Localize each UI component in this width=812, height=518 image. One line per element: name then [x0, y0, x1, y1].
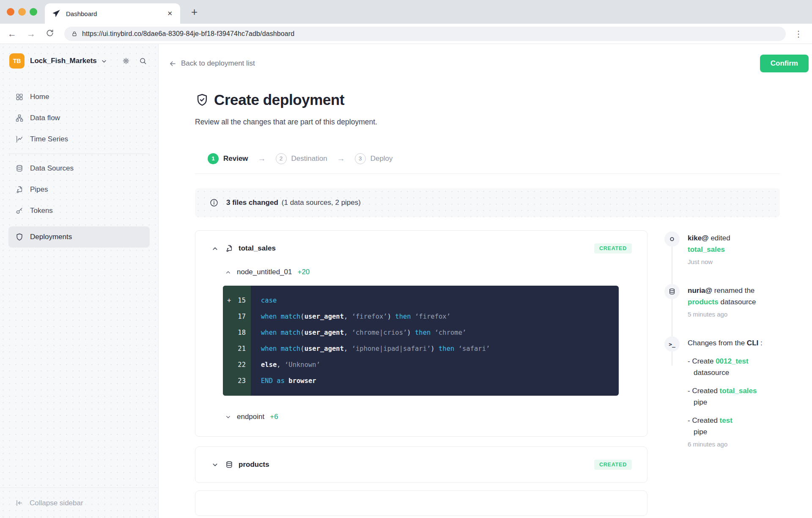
tab-strip: Dashboard ✕ + [0, 0, 812, 24]
activity-timestamp: Just now [688, 258, 779, 265]
activity-text: datasource [694, 369, 729, 377]
sidebar-item-data-flow[interactable]: Data flow [8, 107, 150, 129]
line-number: 15 [238, 297, 246, 304]
stepper-step-destination[interactable]: 2Destination [276, 153, 327, 164]
browser-reload-icon[interactable] [46, 29, 54, 39]
activity-text-line: - Created test [688, 415, 779, 426]
shield-check-icon [195, 93, 209, 107]
activity-text-line: datasource [688, 367, 779, 378]
resource-link[interactable]: products [688, 298, 719, 306]
sidebar-item-home[interactable]: Home [8, 86, 150, 107]
code-token: ‘firefox’ [415, 313, 450, 320]
resource-link[interactable]: test [720, 416, 732, 424]
code-token: ( [300, 345, 304, 353]
card-title: total_sales [239, 244, 276, 253]
node-toggle-endpoint[interactable]: endpoint +6 [195, 413, 647, 436]
lock-icon [71, 30, 78, 37]
change-card-products: products CREATED [195, 446, 647, 483]
address-bar-input[interactable]: https://ui.tinybird.co/8dae6a-8309-84je-… [64, 27, 786, 41]
flow-icon [15, 114, 24, 122]
activity-text-line: - Create 0012_test [688, 355, 779, 367]
activity-text: pipe [694, 428, 707, 436]
browser-forward-icon[interactable]: → [27, 29, 36, 38]
search-icon[interactable] [139, 57, 147, 65]
page-title: Create deployment [214, 91, 344, 108]
node-label: node_untitled_01 [237, 268, 292, 276]
code-line-number: 18 [227, 325, 246, 341]
code-token: , [344, 345, 352, 353]
step-label: Deploy [370, 154, 393, 163]
card-header-products[interactable]: products CREATED [195, 447, 647, 482]
activity-text-line: - Created total_sales [688, 385, 779, 397]
code-body: casewhen match(user_agent, ‘firefox’) th… [251, 286, 619, 396]
key-icon [15, 207, 24, 215]
sidebar-item-data-sources[interactable]: Data Sources [8, 158, 150, 179]
sidebar-item-label: Deployments [30, 233, 72, 241]
confirm-button[interactable]: Confirm [760, 55, 809, 72]
activity-text: Changes from the [688, 339, 747, 347]
chevron-down-icon[interactable] [211, 461, 219, 468]
sidebar-item-deployments[interactable]: Deployments [8, 226, 150, 248]
line-number: 18 [238, 329, 246, 336]
code-token: ‘chrome|crios’ [352, 329, 407, 336]
card-header-total-sales[interactable]: total_sales CREATED [195, 231, 647, 253]
browser-back-icon[interactable]: ← [8, 29, 16, 38]
browser-menu-icon[interactable]: ⋮ [793, 29, 804, 39]
code-token: match [281, 313, 301, 320]
code-line-number: 23 [227, 373, 246, 389]
code-token: when [261, 329, 281, 336]
activity-text: : [758, 339, 762, 347]
resource-link[interactable]: total_sales [720, 387, 757, 395]
chevron-up-icon[interactable] [211, 245, 219, 252]
code-token: ‘chrome’ [435, 329, 466, 336]
chevron-down-icon [225, 414, 231, 420]
gear-icon[interactable] [122, 57, 130, 65]
sidebar-item-time-series[interactable]: Time Series [8, 129, 150, 150]
node-toggle-node-untitled-01[interactable]: node_untitled_01 +20 [195, 268, 647, 276]
workspace-switcher[interactable]: TB Lock_Fish_Markets [0, 44, 158, 69]
code-diff-block: +151718212223 casewhen match(user_agent,… [223, 286, 619, 396]
collapse-sidebar-button[interactable]: Collapse sidebar [0, 488, 158, 518]
code-token: match [281, 329, 301, 336]
activity-text-line: nuria@ renamed the [688, 285, 779, 296]
step-label: Review [223, 154, 248, 163]
terminal-icon: >_ [669, 341, 675, 347]
code-token: else [261, 361, 277, 369]
files-changed-banner: 3 files changed(1 data sources, 2 pipes) [195, 188, 780, 217]
window-zoom-button[interactable] [30, 8, 37, 16]
sidebar-item-pipes[interactable]: Pipes [8, 179, 150, 200]
resource-link[interactable]: 0012_test [716, 357, 749, 365]
resource-link[interactable]: total_sales [688, 245, 725, 253]
window-minimize-button[interactable] [18, 8, 26, 16]
code-token: user_agent [304, 313, 344, 320]
database-icon [664, 284, 680, 299]
shield-icon [15, 233, 24, 241]
code-token: when [261, 345, 281, 353]
main-content: Back to deployment list Confirm Create d… [159, 44, 812, 518]
back-link-label: Back to deployment list [181, 59, 255, 68]
back-to-deployment-list-link[interactable]: Back to deployment list [169, 59, 255, 68]
browser-tab[interactable]: Dashboard ✕ [45, 3, 180, 24]
code-line: else, ‘Unknown’ [261, 357, 619, 373]
dot-circle-icon [668, 235, 676, 243]
activity-item-2: nuria@ renamed theproducts datasource5 m… [664, 285, 779, 318]
sidebar-nav-bottom: Data SourcesPipesTokensDeployments [0, 158, 158, 248]
chart-icon [15, 135, 24, 143]
code-line: END as browser [261, 373, 619, 389]
tab-close-icon[interactable]: ✕ [166, 10, 173, 17]
info-icon [209, 198, 219, 207]
workspace-name: Lock_Fish_Markets [30, 57, 97, 65]
code-token: when [261, 313, 281, 320]
activity-bullet: - Created total_salespipe [688, 385, 779, 408]
sidebar-item-label: Time Series [30, 135, 68, 143]
files-changed-count: 3 files changed [226, 198, 278, 207]
code-token: then [395, 313, 415, 320]
node-label: endpoint [237, 413, 264, 421]
stepper-step-review[interactable]: 1Review [208, 153, 248, 164]
new-tab-button[interactable]: + [191, 6, 198, 19]
chevron-down-icon [101, 58, 107, 65]
code-token: , [277, 361, 285, 369]
sidebar-item-tokens[interactable]: Tokens [8, 200, 150, 221]
stepper-step-deploy[interactable]: 3Deploy [355, 153, 393, 164]
window-close-button[interactable] [7, 8, 14, 16]
